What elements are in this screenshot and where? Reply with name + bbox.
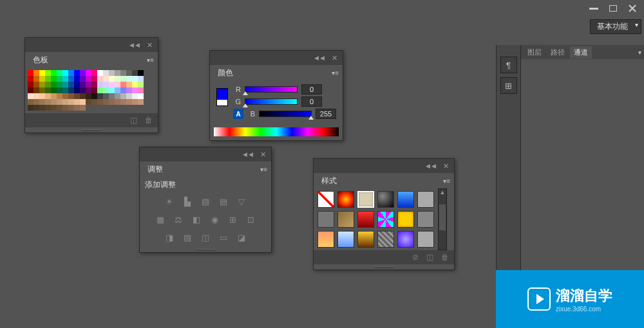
swatch[interactable] (138, 93, 144, 99)
swatch[interactable] (39, 70, 45, 76)
swatch[interactable] (33, 70, 39, 76)
swatch[interactable] (68, 93, 74, 99)
swatch[interactable] (74, 87, 80, 93)
color-balance-icon[interactable]: ⚖ (173, 215, 184, 225)
r-slider[interactable] (245, 86, 298, 93)
swatch[interactable] (91, 93, 97, 99)
swatch[interactable] (68, 87, 74, 93)
swatch[interactable] (115, 87, 120, 93)
posterize-icon[interactable]: ▨ (182, 233, 193, 243)
delete-style-icon[interactable]: 🗑 (441, 253, 449, 262)
collapse-icon[interactable]: ◀◀ (129, 42, 141, 48)
character-panel-icon[interactable]: ⊞ (500, 77, 517, 94)
style-item[interactable] (397, 211, 414, 228)
swatch[interactable] (39, 93, 45, 99)
swatch[interactable] (62, 87, 68, 93)
swatch[interactable] (132, 99, 138, 105)
swatch[interactable] (62, 93, 68, 99)
swatch[interactable] (115, 99, 120, 105)
swatch[interactable] (62, 105, 68, 111)
swatch[interactable] (120, 93, 126, 99)
swatch[interactable] (86, 76, 91, 82)
color-tab[interactable]: 颜色 (214, 66, 237, 80)
swatch[interactable] (57, 93, 62, 99)
swatch[interactable] (62, 99, 68, 105)
swatch[interactable] (138, 70, 144, 76)
channels-tab[interactable]: 通道 (570, 46, 592, 59)
swatches-tab[interactable]: 色板 (29, 53, 52, 67)
panel-menu-icon[interactable]: ▾≡ (147, 57, 154, 64)
selective-color-icon[interactable]: ◪ (236, 233, 247, 243)
swatch[interactable] (86, 99, 91, 105)
style-item[interactable] (337, 231, 354, 248)
swatch[interactable] (45, 99, 51, 105)
delete-swatch-icon[interactable]: 🗑 (145, 116, 153, 125)
swatch[interactable] (33, 76, 39, 82)
swatch[interactable] (97, 76, 103, 82)
swatch[interactable] (33, 105, 39, 111)
panel-resize-handle[interactable] (314, 264, 454, 269)
swatch[interactable] (109, 99, 115, 105)
style-none[interactable] (317, 191, 334, 208)
swatch[interactable] (51, 93, 57, 99)
swatch[interactable] (74, 82, 80, 87)
panel-resize-handle[interactable] (140, 247, 271, 252)
adjustments-tab[interactable]: 调整 (144, 163, 167, 176)
paragraph-panel-icon[interactable]: ¶ (500, 57, 517, 73)
swatch[interactable] (68, 105, 74, 111)
swatch[interactable] (103, 99, 109, 105)
swatch[interactable] (28, 76, 33, 82)
collapse-icon[interactable]: ◀◀ (243, 151, 254, 158)
swatch[interactable] (126, 93, 132, 99)
close-button[interactable] (626, 4, 639, 13)
swatch[interactable] (80, 93, 86, 99)
swatch[interactable] (33, 99, 39, 105)
swatch[interactable] (28, 82, 33, 87)
brightness-icon[interactable]: ☀ (164, 197, 175, 207)
swatch[interactable] (126, 99, 132, 105)
swatch[interactable] (62, 82, 68, 87)
style-item[interactable] (417, 231, 434, 248)
hue-sat-icon[interactable]: ▦ (155, 215, 166, 225)
swatch[interactable] (120, 70, 126, 76)
styles-scrollbar[interactable]: ▲ (438, 188, 447, 250)
channel-mixer-icon[interactable]: ⊞ (227, 215, 238, 225)
swatch[interactable] (138, 87, 144, 93)
swatch[interactable] (57, 82, 62, 87)
swatch[interactable] (39, 105, 45, 111)
style-item[interactable] (317, 211, 334, 228)
swatch[interactable] (51, 99, 57, 105)
swatch[interactable] (80, 105, 86, 111)
swatch[interactable] (97, 99, 103, 105)
swatch[interactable] (51, 87, 57, 93)
swatch[interactable] (115, 82, 120, 87)
panel-menu-icon[interactable]: ▾≡ (443, 178, 450, 185)
swatch[interactable] (86, 82, 91, 87)
swatch[interactable] (51, 82, 57, 87)
swatch[interactable] (28, 105, 33, 111)
b-slider[interactable] (259, 111, 312, 117)
swatch[interactable] (120, 82, 126, 87)
scrollbar-thumb[interactable] (439, 205, 446, 230)
collapse-icon[interactable]: ◀◀ (314, 55, 326, 61)
style-item[interactable] (397, 231, 414, 248)
swatch[interactable] (80, 76, 86, 82)
style-item[interactable] (317, 231, 334, 248)
panel-resize-handle[interactable] (25, 127, 158, 132)
swatch[interactable] (45, 82, 51, 87)
swatch[interactable] (80, 70, 86, 76)
swatch[interactable] (120, 87, 126, 93)
swatch[interactable] (51, 70, 57, 76)
swatch[interactable] (68, 76, 74, 82)
invert-icon[interactable]: ◨ (164, 233, 175, 243)
swatch[interactable] (33, 87, 39, 93)
swatch[interactable] (28, 87, 33, 93)
swatch[interactable] (132, 82, 138, 87)
swatch[interactable] (28, 99, 33, 105)
swatch[interactable] (97, 82, 103, 87)
swatch[interactable] (68, 70, 74, 76)
swatch[interactable] (109, 93, 115, 99)
swatch[interactable] (115, 93, 120, 99)
swatch[interactable] (132, 87, 138, 93)
close-panel-icon[interactable]: ✕ (441, 161, 450, 170)
